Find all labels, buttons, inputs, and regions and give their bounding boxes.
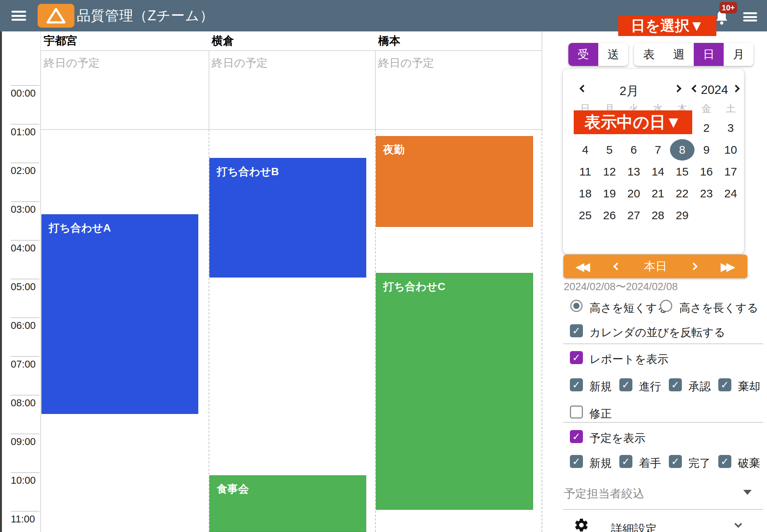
report-checkbox-新規[interactable]: ✓ [570,378,583,391]
reverse-calendar-checkbox[interactable]: ✓ [570,324,583,337]
hour-tick [11,124,40,125]
calendar-day-18[interactable]: 18 [573,183,597,204]
radio-label[interactable]: 高さを長くする [679,300,758,316]
app-logo[interactable] [38,4,74,28]
radio-label[interactable]: 高さを短くする [589,300,668,316]
allday-border [40,129,542,130]
event-title: 夜勤 [383,144,405,156]
calendar-day-16[interactable]: 16 [694,161,719,182]
report-checkbox-進行[interactable]: ✓ [619,378,632,391]
calendar-day-29[interactable]: 29 [670,205,695,226]
hour-label: 07:00 [11,358,36,370]
select-caret-icon[interactable] [743,490,752,495]
fast-back-icon[interactable]: ◀◀ [576,260,590,273]
calendar-day-6[interactable]: 6 [621,139,646,161]
next-month-icon[interactable] [674,85,681,92]
height-radio-2[interactable] [660,300,672,312]
allday-cell[interactable]: 終日の予定 [209,50,375,129]
calendar-day-17[interactable]: 17 [718,161,743,182]
assignee-filter-select[interactable]: 予定担当者絞込 [564,486,644,502]
calendar-day-7[interactable]: 7 [646,139,670,161]
tab-週[interactable]: 週 [664,43,694,66]
toggle-受[interactable]: 受 [568,43,598,66]
calendar-day-9[interactable]: 9 [694,139,719,161]
next-year-icon[interactable] [732,85,740,92]
weekday-label: 土 [718,102,743,113]
schedule-checkbox-新規[interactable]: ✓ [570,455,583,468]
event-block[interactable]: 打ち合わせC [376,273,533,510]
height-radio-1[interactable] [570,300,583,312]
report-checkbox-承認[interactable]: ✓ [669,378,682,391]
reverse-calendar-checkbox-label[interactable]: カレンダの並びを反転する [589,325,725,340]
report-label[interactable]: 承認 [688,379,711,394]
show-schedule-checkbox[interactable]: ✓ [570,430,583,443]
schedule-label[interactable]: 新規 [589,456,612,471]
fix-checkbox[interactable] [570,406,583,419]
calendar-day-28[interactable]: 28 [646,205,670,226]
calendar-day-12[interactable]: 12 [597,161,622,182]
schedule-checkbox-完了[interactable]: ✓ [669,455,682,468]
calendar-day-19[interactable]: 19 [597,183,622,204]
show-report-checkbox[interactable]: ✓ [570,351,583,364]
hour-label: 08:00 [11,397,36,409]
gear-icon[interactable] [574,517,589,532]
allday-cell[interactable]: 終日の予定 [375,50,542,129]
calendar-day-23[interactable]: 23 [694,183,719,204]
tab-表[interactable]: 表 [634,43,664,66]
report-label[interactable]: 新規 [589,379,612,394]
prev-day-icon[interactable] [613,263,621,270]
calendar-day-4[interactable]: 4 [573,139,597,161]
calendar-day-11[interactable]: 11 [573,161,597,182]
calendar-day-20[interactable]: 20 [621,183,646,204]
calendar-day-8[interactable]: 8 [670,139,695,161]
fix-checkbox-label[interactable]: 修正 [589,406,612,422]
show-schedule-checkbox-label[interactable]: 予定を表示 [589,431,645,446]
event-block[interactable]: 食事会 [209,475,366,532]
hour-label: 09:00 [11,436,36,448]
calendar-day-22[interactable]: 22 [670,183,695,204]
event-title: 打ち合わせC [383,281,445,292]
advanced-settings-label[interactable]: 詳細設定 [611,521,657,532]
toggle-送[interactable]: 送 [598,43,628,66]
tab-日[interactable]: 日 [694,43,724,66]
schedule-checkbox-着手[interactable]: ✓ [619,455,632,468]
report-checkbox-棄却[interactable]: ✓ [718,378,731,391]
overflow-menu-icon[interactable] [743,12,757,21]
calendar-day-15[interactable]: 15 [670,161,695,182]
event-block[interactable]: 打ち合わせB [209,158,366,277]
advanced-settings-chevron-icon[interactable] [734,520,742,528]
report-label[interactable]: 進行 [639,379,661,394]
calendar-day-3[interactable]: 3 [718,117,743,139]
schedule-label[interactable]: 着手 [639,456,661,471]
calendar-day-13[interactable]: 13 [621,161,646,182]
today-button[interactable]: 本日 [644,259,667,274]
next-day-icon[interactable] [690,263,698,270]
hour-tick [11,433,40,434]
page-title: 品質管理（Zチーム） [77,0,214,31]
column-header-1: 宇都宮 [41,31,209,50]
calendar-day-26[interactable]: 26 [597,205,622,226]
calendar-day-27[interactable]: 27 [621,205,646,226]
report-label[interactable]: 棄却 [738,379,760,394]
menu-icon[interactable] [12,11,26,21]
prev-month-icon[interactable] [579,85,587,92]
allday-cell[interactable]: 終日の予定 [41,50,209,129]
date-nav-bar: ◀◀ 本日 ▶▶ [563,255,747,278]
calendar-day-2[interactable]: 2 [694,117,719,139]
calendar-day-14[interactable]: 14 [646,161,670,182]
calendar-day-21[interactable]: 21 [646,183,670,204]
fast-forward-icon[interactable]: ▶▶ [721,260,735,273]
calendar-day-25[interactable]: 25 [573,205,597,226]
event-block[interactable]: 夜勤 [376,136,533,227]
event-block[interactable]: 打ち合わせA [41,214,198,414]
schedule-checkbox-破棄[interactable]: ✓ [718,455,731,468]
schedule-label[interactable]: 破棄 [738,456,760,471]
calendar-day-10[interactable]: 10 [718,139,743,161]
calendar-day-24[interactable]: 24 [718,183,743,204]
schedule-label[interactable]: 完了 [688,456,711,471]
hour-tick [11,472,40,473]
show-report-checkbox-label[interactable]: レポートを表示 [589,352,668,367]
calendar-day-5[interactable]: 5 [597,139,622,161]
tab-月[interactable]: 月 [724,43,754,66]
send-receive-toggle: 受送 [568,43,628,66]
